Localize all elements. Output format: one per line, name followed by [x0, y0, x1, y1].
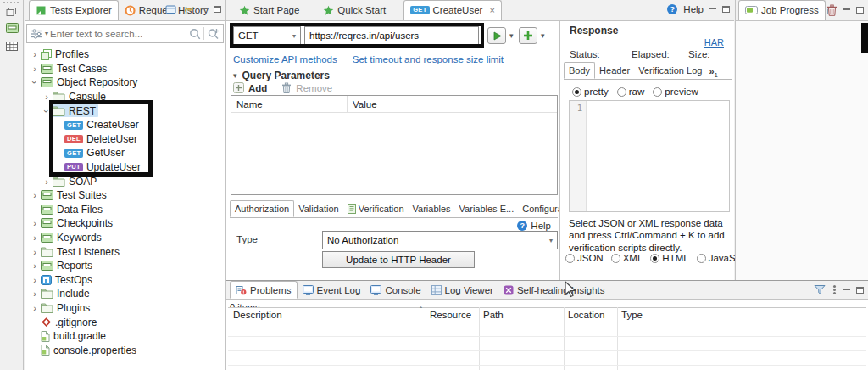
- tree-item-object-repository[interactable]: ›Object Repository: [25, 76, 225, 90]
- send-options-chevron-icon[interactable]: ▾: [509, 31, 514, 40]
- expander-collapsed-icon[interactable]: ›: [30, 50, 40, 59]
- tree-item-include[interactable]: ›Include: [25, 287, 225, 301]
- column-header-resource[interactable]: Resource: [425, 308, 478, 322]
- close-icon[interactable]: ×: [489, 5, 494, 15]
- tree-item-capsule[interactable]: ›Capsule: [25, 90, 225, 104]
- tree-item-data-files[interactable]: Data Files: [25, 203, 225, 217]
- archive-drawer-icon[interactable]: [6, 23, 19, 33]
- minimize-icon[interactable]: [709, 6, 716, 13]
- tree-item-build-gradle[interactable]: build.gradle: [25, 329, 225, 344]
- tree-item-reports[interactable]: ›Reports: [25, 259, 225, 273]
- expander-collapsed-icon[interactable]: ›: [30, 261, 40, 270]
- tab-job-progress[interactable]: Job Progress: [738, 0, 826, 20]
- help-icon[interactable]: ?: [667, 4, 677, 14]
- send-request-button[interactable]: [487, 27, 506, 44]
- expander-expanded-icon[interactable]: ›: [42, 106, 51, 116]
- tree-item-test-listeners[interactable]: ›Test Listeners: [25, 244, 225, 259]
- response-body-editor[interactable]: 1: [569, 100, 730, 212]
- update-to-http-header-button[interactable]: Update to HTTP Header: [322, 251, 475, 268]
- authorization-type-select[interactable]: No Authorization ▾: [322, 231, 558, 249]
- search-icon[interactable]: [189, 28, 201, 40]
- maximize-icon[interactable]: [214, 6, 221, 13]
- tab-variables-e[interactable]: Variables E...: [455, 200, 519, 217]
- clear-trash-icon[interactable]: [826, 4, 837, 16]
- tree-item-test-cases[interactable]: ›Test Cases: [25, 62, 225, 76]
- tab-self-healing-insights[interactable]: Self-healing Insights: [498, 281, 610, 299]
- radio-pretty[interactable]: pretty: [572, 87, 609, 97]
- view-menu-icon[interactable]: [833, 289, 836, 291]
- radio-button-icon[interactable]: [650, 254, 659, 263]
- tab-body[interactable]: Body: [564, 62, 595, 79]
- tree-item-checkpoints[interactable]: ›Checkpoints: [25, 216, 225, 231]
- tree-item-gitignore[interactable]: .gitignore: [25, 315, 225, 329]
- tab-authorization[interactable]: Authorization: [230, 200, 294, 217]
- tab-console[interactable]: Console: [365, 281, 426, 299]
- radio-button-icon[interactable]: [653, 87, 662, 97]
- tree-item-rest[interactable]: ›REST: [25, 104, 225, 118]
- expander-collapsed-icon[interactable]: ›: [30, 276, 40, 284]
- maximize-icon[interactable]: [722, 6, 730, 13]
- link-with-editor-icon[interactable]: [183, 4, 195, 14]
- radio-button-icon[interactable]: [572, 87, 581, 97]
- maximize-icon[interactable]: [856, 287, 864, 294]
- tab-validation[interactable]: Validation: [294, 200, 343, 217]
- url-input[interactable]: https://reqres.in/api/users: [304, 26, 479, 45]
- tab-header[interactable]: Header: [595, 62, 634, 79]
- minimize-icon[interactable]: [843, 7, 850, 14]
- remove-param-button[interactable]: Remove: [296, 83, 332, 93]
- filter-sliders-icon[interactable]: [31, 29, 43, 39]
- expander-collapsed-icon[interactable]: ›: [30, 191, 40, 199]
- add-options-chevron-icon[interactable]: ▾: [541, 31, 545, 40]
- expander-collapsed-icon[interactable]: ›: [30, 289, 40, 298]
- filter-funnel-icon[interactable]: [814, 284, 826, 295]
- column-value[interactable]: Value: [347, 96, 557, 112]
- tab-event-log[interactable]: Event Log: [298, 281, 366, 299]
- search-input[interactable]: [48, 29, 186, 39]
- minimize-icon[interactable]: [201, 6, 208, 13]
- advanced-search-icon[interactable]: [208, 28, 220, 40]
- expander-collapsed-icon[interactable]: ›: [42, 92, 52, 101]
- column-header-location[interactable]: Location: [563, 308, 616, 322]
- tree-item-updateuser[interactable]: PUTUpdateUser: [25, 160, 225, 175]
- radio-button-icon[interactable]: [697, 254, 706, 263]
- tab-quick-start[interactable]: Quick Start: [317, 0, 392, 20]
- query-parameters-header[interactable]: ▾ Query Parameters: [233, 70, 330, 81]
- tree-item-soap[interactable]: ›SOAP: [25, 174, 225, 188]
- radio-preview[interactable]: preview: [653, 87, 698, 97]
- tree-item-test-suites[interactable]: ›Test Suites: [25, 188, 225, 203]
- tree-item-console-properties[interactable]: console.properties: [25, 343, 225, 357]
- radio-xml[interactable]: XML: [611, 253, 643, 263]
- tab-createuser[interactable]: GETCreateUser×: [403, 0, 502, 20]
- har-link[interactable]: HAR: [704, 37, 724, 48]
- radio-html[interactable]: HTML: [650, 253, 688, 263]
- query-parameters-table[interactable]: Name Value: [231, 95, 558, 195]
- column-name[interactable]: Name: [231, 99, 347, 109]
- expander-collapsed-icon[interactable]: ›: [42, 177, 52, 186]
- request-help[interactable]: ? Help: [517, 221, 551, 231]
- tree-item-profiles[interactable]: ›Profiles: [25, 48, 225, 62]
- tab-verification-log[interactable]: Verification Log: [634, 62, 706, 79]
- tab-problems[interactable]: Problems: [230, 281, 298, 299]
- expander-collapsed-icon[interactable]: ›: [30, 248, 40, 256]
- set-timeout-link[interactable]: Set timeout and response size limit: [353, 54, 504, 64]
- tab-verification[interactable]: Verification: [343, 200, 409, 217]
- tree-item-createuser[interactable]: GETCreateUser: [25, 118, 225, 132]
- customize-api-methods-link[interactable]: Customize API methods: [233, 54, 337, 64]
- radio-button-icon[interactable]: [565, 254, 575, 263]
- restore-view-icon[interactable]: [6, 7, 17, 17]
- tab-variables[interactable]: Variables: [409, 200, 455, 217]
- minimize-icon[interactable]: [843, 287, 850, 294]
- table-view-icon[interactable]: [6, 42, 18, 51]
- expander-collapsed-icon[interactable]: ›: [30, 304, 40, 312]
- radio-json[interactable]: JSON: [565, 253, 604, 263]
- tab-tests-explorer[interactable]: Tests Explorer: [29, 0, 119, 20]
- tab-start-page[interactable]: Start Page: [233, 0, 305, 20]
- expander-collapsed-icon[interactable]: ›: [30, 64, 40, 73]
- radio-raw[interactable]: raw: [617, 87, 645, 97]
- tree-item-plugins[interactable]: ›Plugins: [25, 301, 225, 316]
- expander-collapsed-icon[interactable]: ›: [30, 219, 40, 227]
- expander-collapsed-icon[interactable]: ›: [30, 233, 40, 242]
- tree-item-getuser[interactable]: GETGetUser: [25, 146, 225, 160]
- drag-grip[interactable]: [3, 2, 19, 5]
- column-header-path[interactable]: Path: [478, 308, 563, 322]
